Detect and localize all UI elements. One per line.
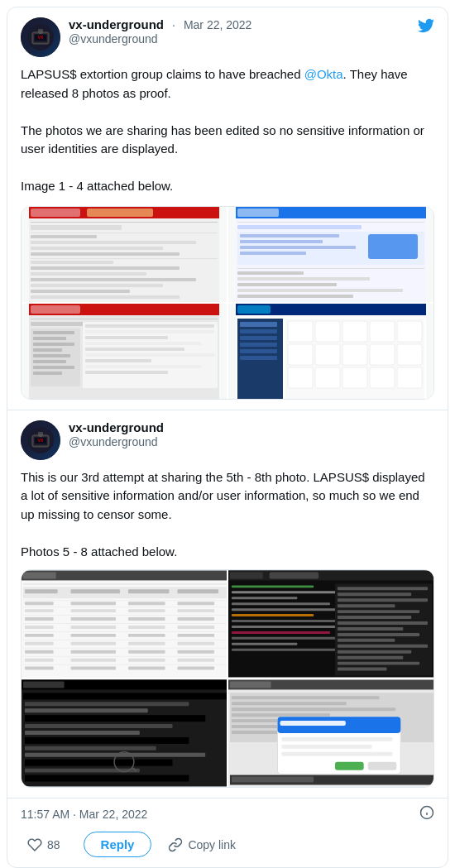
svg-rect-135 — [25, 642, 54, 645]
tweet-images-second[interactable] — [21, 569, 434, 788]
svg-rect-17 — [31, 252, 180, 256]
user-handle-first[interactable]: @vxunderground — [69, 32, 158, 46]
svg-rect-73 — [240, 336, 277, 340]
tweet-image-6[interactable] — [228, 570, 433, 678]
svg-rect-61 — [85, 342, 201, 345]
svg-rect-128 — [177, 626, 214, 629]
svg-rect-66 — [85, 371, 168, 374]
avatar-second[interactable]: VX — [21, 420, 60, 460]
svg-rect-20 — [31, 266, 180, 270]
svg-rect-217 — [281, 737, 392, 741]
svg-rect-122 — [128, 617, 165, 621]
svg-rect-34 — [240, 246, 356, 249]
tweet-text-second: This is our 3rd attempt at sharing the 5… — [21, 468, 434, 562]
svg-rect-90 — [342, 367, 367, 388]
svg-rect-126 — [71, 626, 117, 629]
svg-rect-11 — [31, 222, 218, 223]
svg-rect-181 — [338, 645, 428, 648]
svg-rect-22 — [31, 278, 196, 281]
svg-rect-173 — [338, 598, 428, 602]
svg-rect-120 — [25, 617, 54, 621]
svg-rect-49 — [33, 331, 74, 334]
svg-rect-161 — [232, 602, 330, 605]
svg-rect-132 — [128, 634, 165, 637]
tweet-footer: 11:57 AM · Mar 22, 2022 88 Reply — [7, 798, 448, 867]
svg-rect-37 — [237, 268, 424, 269]
svg-rect-71 — [240, 322, 277, 327]
tweet-image-4[interactable] — [228, 304, 433, 399]
svg-rect-35 — [240, 252, 306, 255]
svg-rect-139 — [23, 648, 227, 649]
svg-rect-21 — [31, 272, 146, 276]
tweet-second: VX vx-underground @vxunderground This is… — [7, 410, 448, 798]
svg-rect-60 — [85, 336, 168, 339]
svg-rect-14 — [31, 235, 97, 238]
svg-rect-159 — [232, 591, 347, 593]
twitter-logo-icon — [418, 17, 434, 38]
svg-rect-216 — [280, 721, 345, 726]
svg-rect-123 — [177, 617, 214, 621]
svg-rect-32 — [240, 234, 339, 237]
svg-rect-168 — [232, 643, 297, 645]
svg-rect-124 — [23, 623, 227, 624]
svg-rect-171 — [338, 587, 428, 590]
svg-rect-205 — [230, 682, 271, 688]
svg-rect-146 — [71, 659, 117, 662]
reply-button[interactable]: Reply — [84, 832, 152, 857]
svg-rect-103 — [23, 583, 227, 584]
svg-rect-116 — [71, 609, 117, 612]
svg-rect-194 — [25, 731, 140, 735]
svg-rect-78 — [288, 321, 313, 342]
svg-rect-81 — [370, 321, 395, 342]
svg-rect-185 — [338, 668, 387, 671]
tweet-image-8[interactable] — [228, 679, 433, 787]
svg-rect-50 — [33, 337, 66, 340]
tweet-card: VX vx-underground · Mar 22, 2022 @vxunde… — [7, 7, 448, 868]
svg-rect-207 — [232, 696, 380, 699]
svg-rect-172 — [338, 592, 411, 596]
like-button[interactable]: 88 — [21, 834, 67, 856]
copy-link-button[interactable]: Copy link — [168, 837, 236, 852]
tweet-images-first[interactable] — [21, 206, 434, 400]
svg-rect-149 — [23, 664, 227, 665]
svg-rect-54 — [33, 360, 66, 363]
user-name-first[interactable]: vx-underground — [69, 17, 164, 31]
svg-rect-208 — [232, 702, 347, 705]
svg-rect-157 — [270, 573, 319, 579]
svg-rect-141 — [71, 650, 117, 654]
tweet-image-2[interactable] — [228, 207, 433, 302]
svg-rect-166 — [232, 631, 330, 634]
tweet-date-first: Mar 22, 2022 — [184, 18, 252, 31]
tweet-image-7[interactable] — [22, 679, 227, 787]
tweet-image-1[interactable] — [22, 207, 227, 302]
svg-rect-65 — [85, 365, 201, 368]
user-handle-second[interactable]: @vxunderground — [69, 435, 158, 448]
svg-rect-23 — [31, 284, 163, 287]
tweet-meta: 11:57 AM · Mar 22, 2022 — [21, 805, 434, 823]
svg-rect-76 — [240, 356, 277, 360]
info-icon[interactable] — [419, 805, 434, 823]
user-name-second[interactable]: vx-underground — [69, 420, 164, 434]
svg-rect-82 — [397, 321, 422, 342]
tweet-image-5[interactable] — [22, 570, 227, 678]
svg-rect-125 — [25, 626, 54, 629]
svg-rect-193 — [25, 724, 173, 728]
svg-rect-24 — [31, 290, 130, 293]
svg-rect-209 — [232, 707, 395, 711]
svg-rect-198 — [25, 760, 173, 766]
svg-rect-118 — [177, 609, 214, 612]
svg-rect-75 — [240, 349, 277, 353]
okta-link[interactable]: @Okta — [304, 67, 343, 81]
svg-rect-59 — [85, 330, 214, 333]
svg-rect-127 — [128, 626, 165, 629]
tweet-image-3[interactable] — [22, 304, 227, 399]
avatar[interactable]: VX — [21, 17, 60, 57]
svg-rect-62 — [85, 348, 184, 351]
svg-rect-176 — [338, 616, 411, 619]
svg-rect-121 — [71, 617, 117, 621]
svg-rect-188 — [23, 682, 65, 688]
svg-rect-74 — [240, 343, 277, 347]
svg-rect-156 — [230, 573, 263, 579]
svg-rect-98 — [38, 432, 43, 434]
svg-rect-102 — [23, 573, 56, 579]
